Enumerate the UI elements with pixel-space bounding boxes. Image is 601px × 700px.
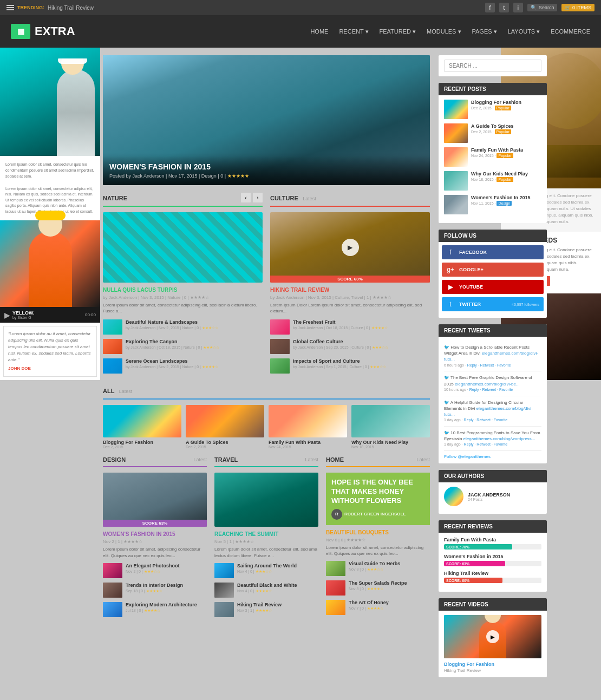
design-article-2: Trends In Interior Design Sep 18 | 0 | ★… bbox=[103, 583, 207, 598]
culture-article-2-content: Global Coffee Culture by Jack Anderson |… bbox=[293, 339, 430, 350]
home-article-3-title: The Art Of Honey bbox=[349, 600, 430, 605]
design-article-3: Exploring Modern Architecture Jul 18 | 0… bbox=[103, 602, 207, 617]
culture-featured-excerpt: Lorem Ipsum Dolor Lorem ipsum dolor sit … bbox=[270, 302, 430, 314]
follow-youtube[interactable]: ▶ YOUTUBE bbox=[442, 280, 544, 294]
facebook-follow-name: FACEBOOK bbox=[459, 250, 539, 255]
home-article-2: The Super Salads Recipe Nov 8 | 0 | ★★★★… bbox=[326, 580, 430, 596]
travel-featured-meta: Nov 5 | 1 | ★★★★☆ bbox=[214, 539, 318, 544]
design-score-badge: SCORE 63% bbox=[103, 520, 207, 527]
nature-article-2-meta: by Jack Anderson | Oct 18, 2015 | Nature… bbox=[126, 345, 263, 350]
hamburger-menu[interactable] bbox=[6, 5, 14, 10]
travel-featured-title: REACHING THE SUMMIT bbox=[214, 531, 318, 537]
home-article-2-meta: Nov 8 | 0 | ★★★★☆ bbox=[349, 587, 430, 591]
tweet-3: 🐦 A Helpful Guide for Designing Circular… bbox=[444, 396, 541, 427]
all-card-1: Blogging For Fashion Dec 2, 2015 bbox=[103, 405, 181, 449]
twitter-icon[interactable]: t bbox=[499, 3, 509, 12]
player-bar[interactable]: ▶ YELLOW. by Sister G 00:00 bbox=[0, 307, 100, 323]
nav-featured[interactable]: FEATURED ▾ bbox=[380, 28, 416, 35]
tweet-4-time: 1 day ago · Reply · Retweet · Favorite bbox=[444, 442, 541, 447]
nature-featured-title: NULLA QUIS LACUS TURPIS bbox=[103, 287, 263, 293]
follow-twitter[interactable]: t TWITTER 46,997 followers bbox=[442, 297, 544, 311]
video-1-subtitle: Hiking Trail Review bbox=[444, 668, 541, 673]
travel-article-3-img bbox=[214, 602, 234, 617]
video-1-title[interactable]: Blogging For Fashion bbox=[444, 662, 541, 667]
nav-recent[interactable]: RECENT ▾ bbox=[339, 28, 368, 35]
recent-post-4-title: Why Our Kids Need Play bbox=[471, 171, 541, 176]
recent-post-1-info: Blogging For Fashion Dec 2, 2015 · Popul… bbox=[471, 100, 541, 110]
nav-layouts[interactable]: LAYOUTS ▾ bbox=[508, 28, 540, 35]
all-card-1-date: Dec 2, 2015 bbox=[103, 445, 181, 449]
home-promo: HOPE IS THE ONLY BEE THAT MAKES HONEY WI… bbox=[326, 473, 430, 525]
recent-post-5-title: Women's Fashion In 2015 bbox=[471, 195, 541, 200]
review-2-score: SCORE: 63% bbox=[446, 562, 469, 566]
tweet-4-actions[interactable]: Reply · Retweet · Favorite bbox=[464, 442, 508, 446]
top-bar: TRENDING: Hiking Trail Review f t i 🔍 Se… bbox=[0, 0, 601, 15]
review-3-score: SCORE: 60% bbox=[446, 579, 469, 583]
home-article-3-img bbox=[326, 600, 345, 615]
search-icon: 🔍 bbox=[531, 5, 537, 10]
home-article-1-meta: Nov 8 | 0 | ★★★☆☆ bbox=[349, 567, 430, 572]
follow-elegantthemes[interactable]: Follow @elegantthemes bbox=[444, 454, 541, 459]
travel-title: TRAVEL bbox=[214, 456, 238, 463]
travel-featured-excerpt: Lorem ipsum dolor sit amet, consectetur … bbox=[214, 546, 318, 558]
nature-article-1-meta: by Jack Anderson | Nov 2, 2015 | Nature … bbox=[126, 326, 263, 330]
video-1-thumbnail[interactable]: ▶ bbox=[444, 615, 541, 658]
tweet-2-actions[interactable]: Reply · Retweet · Favorite bbox=[469, 388, 513, 391]
nature-article-1-content: Beautiful Nature & Landscapes by Jack An… bbox=[126, 319, 263, 330]
nature-article-2-title: Exploring The Canyon bbox=[126, 339, 263, 344]
logo-text: EXTRA bbox=[35, 24, 75, 38]
home-section: HOME Latest HOPE IS THE ONLY BEE THAT MA… bbox=[326, 456, 430, 621]
nav-ecommerce[interactable]: ECOMMERCE bbox=[551, 28, 590, 35]
trending-text: Hiking Trail Review bbox=[48, 5, 94, 11]
culture-article-3-meta: by Jack Anderson | Sep 1, 2015 | Culture… bbox=[293, 365, 430, 369]
nature-prev[interactable]: ‹ bbox=[241, 193, 251, 202]
culture-featured-image: ▶ SCORE 60% bbox=[270, 212, 430, 283]
travel-featured-image bbox=[214, 473, 318, 527]
nature-next[interactable]: › bbox=[253, 193, 263, 202]
recent-post-1: Blogging For Fashion Dec 2, 2015 · Popul… bbox=[444, 100, 541, 119]
top-bar-left: TRENDING: Hiking Trail Review bbox=[6, 5, 94, 11]
hero-title: WOMEN'S FASHION IN 2015 bbox=[109, 162, 423, 171]
nav-home[interactable]: HOME bbox=[310, 28, 328, 35]
follow-google[interactable]: g+ GOOGLE+ bbox=[442, 263, 544, 277]
player-portrait bbox=[0, 220, 100, 307]
tweet-3-actions[interactable]: Reply · Retweet · Favorite bbox=[464, 418, 508, 422]
home-badge: Latest bbox=[416, 457, 430, 462]
travel-article-2-content: Beautiful Black and White Nov 4 | 0 | ★★… bbox=[237, 583, 318, 593]
follow-facebook[interactable]: f FACEBOOK bbox=[442, 245, 544, 259]
home-article-2-title: The Super Salads Recipe bbox=[349, 580, 430, 586]
design-article-1-img bbox=[103, 563, 122, 578]
cart-button[interactable]: 🛒 0 ITEMS bbox=[561, 4, 595, 11]
recent-post-2: A Guide To Spices Dec 2, 2015 · Popular bbox=[444, 123, 541, 143]
home-author-row: R Robert Green Ingersoll bbox=[331, 509, 424, 520]
home-article-3: The Art Of Honey Nov 7 | 0 | ★★★★☆ bbox=[326, 600, 430, 615]
left-fashion-image bbox=[0, 48, 100, 156]
nav-modules[interactable]: MODULES ▾ bbox=[427, 28, 461, 35]
culture-play-button[interactable]: ▶ bbox=[342, 239, 359, 256]
travel-article-3-title: Hiking Trail Review bbox=[237, 602, 318, 607]
design-article-3-title: Exploring Modern Architecture bbox=[126, 602, 207, 607]
search-bar-top[interactable]: 🔍 Search bbox=[527, 4, 558, 11]
search-text: Search bbox=[539, 5, 554, 10]
nav-pages[interactable]: PAGES ▾ bbox=[472, 28, 497, 35]
design-section: DESIGN Latest SCORE 63% WOMEN'S FASHION … bbox=[103, 456, 207, 621]
instagram-icon[interactable]: i bbox=[513, 3, 523, 12]
quote-text: "Lorem ipsum dolor au it amet, consectet… bbox=[8, 331, 92, 363]
recent-post-4: Why Our Kids Need Play Nov 18, 2015 · Po… bbox=[444, 171, 541, 191]
search-input[interactable] bbox=[444, 60, 541, 72]
design-featured-excerpt: Lorem ipsum dolor sit amet, adipiscing c… bbox=[103, 546, 207, 558]
recent-post-2-img bbox=[444, 123, 468, 143]
tweet-4-link[interactable]: elegantthemes.com/blog/wordpress... bbox=[463, 436, 535, 441]
recent-post-3: Family Fun With Pasta Nov 24, 2015 · Pop… bbox=[444, 147, 541, 167]
travel-header: TRAVEL Latest bbox=[214, 456, 318, 467]
travel-article-2-title: Beautiful Black and White bbox=[237, 583, 318, 588]
author-1: JACK ANDERSON 24 Posts bbox=[444, 487, 541, 506]
facebook-icon[interactable]: f bbox=[485, 3, 495, 12]
youtube-follow-name: YOUTUBE bbox=[459, 284, 539, 290]
twitter-follow-name: TWITTER bbox=[459, 302, 507, 307]
tweet-1-actions[interactable]: Reply · Retweet · Favorite bbox=[467, 363, 511, 367]
site-logo[interactable]: ▦ EXTRA bbox=[11, 24, 75, 39]
tweet-2: 🐦 The Best Free Graphic Design Software … bbox=[444, 371, 541, 396]
design-featured-title: WOMEN'S FASHION IN 2015 bbox=[103, 531, 207, 537]
tweet-2-link[interactable]: elegantthemes.com/blog/divi-be... bbox=[455, 382, 520, 387]
